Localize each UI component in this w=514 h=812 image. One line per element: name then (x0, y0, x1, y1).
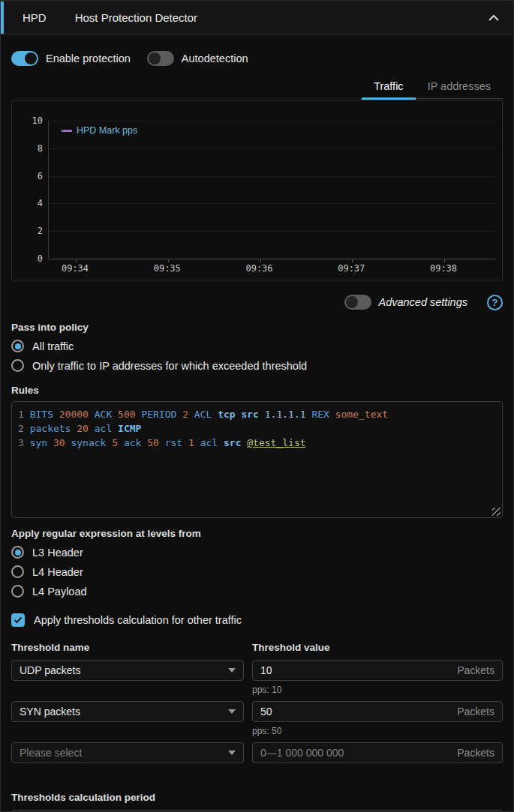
radio-icon (11, 340, 24, 352)
chevron-down-icon (228, 668, 236, 673)
chart-plot: HPD Mark pps (48, 121, 495, 259)
threshold-value-input-2-box[interactable]: Packets (252, 701, 503, 722)
radio-label: L3 Header (32, 547, 83, 559)
select-placeholder: Please select (20, 747, 228, 759)
rules-label: Rules (11, 385, 503, 396)
other-traffic-checkbox-row[interactable]: Apply thresholds calculation for other t… (11, 613, 503, 627)
enable-protection-toggle[interactable] (11, 51, 38, 66)
pps-hint-1: pps: 10 (252, 685, 503, 695)
radio-icon (11, 359, 24, 372)
threshold-value-input-1[interactable] (260, 664, 451, 676)
help-icon[interactable]: ? (487, 295, 503, 310)
checkbox-checked-icon[interactable] (11, 613, 25, 627)
autodetection-toggle[interactable] (147, 51, 174, 66)
threshold-name-select-2[interactable]: SYN packets (11, 701, 244, 722)
radio-label: L4 Payload (32, 586, 87, 598)
protection-toggles-row: Enable protection Autodetection (11, 49, 503, 67)
x-tick-label: 09:38 (430, 263, 457, 274)
toggle-knob (25, 52, 37, 64)
unit-suffix: Packets (457, 747, 494, 759)
y-tick-label: 2 (38, 226, 43, 236)
pass-into-policy-label: Pass into policy (11, 322, 503, 333)
chevron-down-icon (228, 709, 236, 714)
traffic-chart: 1086420 HPD Mark pps 09:3409:3509:3609:3… (11, 100, 503, 280)
page-title: Host Protection Detector (75, 11, 197, 24)
resize-grip[interactable] (492, 508, 500, 516)
collapse-chevron-up-icon[interactable] (486, 10, 501, 25)
x-tick-label: 09:37 (338, 263, 365, 274)
radio-l3-header[interactable]: L3 Header (11, 546, 503, 559)
radio-label: All traffic (32, 340, 74, 352)
x-tick-label: 09:34 (62, 263, 89, 274)
chart-legend[interactable]: HPD Mark pps (62, 125, 137, 136)
unit-suffix: Packets (457, 706, 494, 718)
advanced-settings-toggle[interactable] (344, 295, 371, 310)
unit-suffix: Packets (457, 664, 494, 676)
radio-label: L4 Header (32, 566, 83, 578)
period-label: Thresholds calculation period (11, 792, 503, 803)
y-tick-label: 8 (38, 143, 43, 154)
radio-only-exceeded-threshold[interactable]: Only traffic to IP addresses for which e… (11, 359, 503, 372)
threshold-value-input-2[interactable] (260, 706, 451, 718)
regex-levels-label: Apply regular expression at levels from (11, 528, 503, 539)
radio-l4-header[interactable]: L4 Header (11, 565, 503, 578)
legend-label: HPD Mark pps (77, 125, 137, 136)
select-value: UDP packets (20, 664, 228, 676)
radio-icon (11, 546, 24, 559)
module-badge: HPD (23, 11, 47, 24)
threshold-value-label: Threshold value (252, 642, 503, 653)
toggle-knob (346, 296, 358, 308)
rules-textarea[interactable]: 1 BITS 20000 ACK 500 PERIOD 2 ACL tcp sr… (11, 401, 503, 518)
tab-ip-addresses[interactable]: IP addresses (416, 76, 503, 98)
y-tick-label: 10 (32, 115, 43, 126)
radio-icon (11, 585, 24, 598)
y-tick-label: 0 (38, 253, 43, 264)
radio-l4-payload[interactable]: L4 Payload (11, 585, 503, 598)
threshold-value-input-3[interactable] (260, 747, 451, 759)
radio-label: Only traffic to IP addresses for which e… (32, 360, 307, 372)
threshold-value-input-1-box[interactable]: Packets (252, 660, 503, 681)
y-tick-label: 6 (38, 171, 43, 181)
y-tick-label: 4 (38, 198, 43, 208)
autodetection-label: Autodetection (182, 52, 248, 64)
threshold-name-label: Threshold name (11, 642, 244, 653)
chart-tabs: Traffic IP addresses (11, 76, 503, 99)
x-tick-label: 09:36 (245, 263, 272, 274)
hpd-panel: HPD Host Protection Detector Enable prot… (0, 0, 514, 812)
threshold-value-input-3-box[interactable]: Packets (252, 742, 503, 763)
panel-header[interactable]: HPD Host Protection Detector (1, 1, 513, 35)
tab-traffic[interactable]: Traffic (362, 76, 415, 98)
threshold-name-select-1[interactable]: UDP packets (11, 660, 244, 681)
legend-line-marker (62, 130, 72, 132)
header-accent-bar (1, 1, 4, 34)
radio-all-traffic[interactable]: All traffic (11, 340, 503, 352)
advanced-settings-label: Advanced settings (379, 296, 468, 308)
chart-x-axis: 09:3409:3509:3609:3709:38 (48, 263, 495, 275)
thresholds-grid: Threshold name Threshold value UDP packe… (11, 642, 503, 781)
threshold-name-select-3[interactable]: Please select (11, 742, 244, 763)
pps-hint-2: pps: 50 (252, 726, 503, 736)
enable-protection-label: Enable protection (46, 52, 131, 64)
select-value: SYN packets (20, 706, 228, 718)
checkbox-label: Apply thresholds calculation for other t… (34, 614, 242, 626)
x-tick-label: 09:35 (154, 263, 181, 274)
toggle-knob (149, 52, 161, 64)
chevron-down-icon (228, 751, 236, 755)
radio-icon (11, 565, 24, 578)
advanced-settings-row: Advanced settings ? (11, 292, 503, 312)
chart-y-axis: 1086420 (12, 121, 43, 259)
rules-code: 1 BITS 20000 ACK 500 PERIOD 2 ACL tcp sr… (18, 407, 496, 450)
